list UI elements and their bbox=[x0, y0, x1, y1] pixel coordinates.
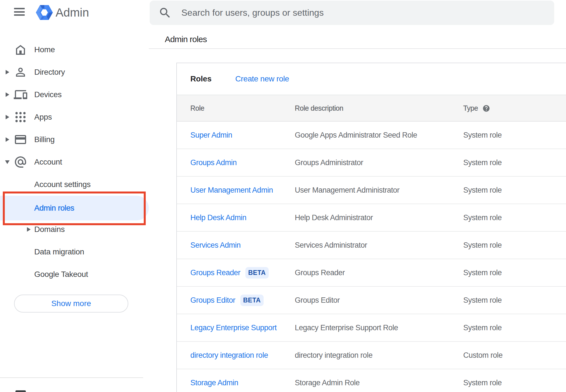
credit-card-icon bbox=[14, 133, 27, 146]
role-link[interactable]: Services Admin bbox=[190, 232, 241, 259]
breadcrumb: Admin roles bbox=[165, 34, 207, 45]
expand-arrow-icon[interactable] bbox=[6, 115, 9, 119]
table-row: Help Desk Admin Help Desk Administrator … bbox=[177, 204, 566, 232]
card-header: Roles Create new role bbox=[177, 63, 566, 95]
sidebar-item-google-takeout[interactable]: Google Takeout bbox=[0, 263, 149, 286]
role-link[interactable]: Storage Admin bbox=[190, 369, 238, 392]
sidebar-item-label: Home bbox=[34, 38, 55, 61]
role-link[interactable]: User Management Admin bbox=[190, 177, 273, 204]
role-link[interactable]: Legacy Enterprise Support bbox=[190, 314, 277, 341]
column-header-role: Role bbox=[190, 95, 204, 121]
expand-arrow-icon[interactable] bbox=[6, 70, 9, 74]
google-admin-logo-icon bbox=[36, 5, 53, 21]
beta-badge: BETA bbox=[240, 295, 264, 306]
sidebar-item-label: Admin roles bbox=[34, 196, 74, 220]
sidebar-item-label: Account bbox=[34, 151, 62, 173]
table-row: Storage Admin Storage Admin Role System … bbox=[177, 369, 566, 392]
sidebar-item-label: Devices bbox=[34, 83, 62, 106]
role-type: System role bbox=[463, 122, 502, 149]
table-row: directory integration role directory int… bbox=[177, 342, 566, 369]
collapse-arrow-icon[interactable] bbox=[5, 160, 10, 164]
apps-grid-icon bbox=[14, 110, 27, 124]
table-row: User Management Admin User Management Ad… bbox=[177, 177, 566, 204]
role-link[interactable]: Groups Editor BETA bbox=[190, 287, 264, 314]
roles-card: Roles Create new role Role Role descript… bbox=[176, 63, 566, 392]
sidebar-item-admin-roles[interactable]: Admin roles bbox=[0, 196, 149, 220]
table-row: Super Admin Google Apps Administrator Se… bbox=[177, 122, 566, 149]
sidebar-item-label: Domains bbox=[34, 218, 65, 241]
product-title: Admin bbox=[56, 5, 89, 20]
person-icon bbox=[14, 65, 27, 79]
create-new-role-link[interactable]: Create new role bbox=[235, 63, 289, 95]
sidebar-item-data-migration[interactable]: Data migration bbox=[0, 241, 149, 263]
at-sign-icon bbox=[14, 155, 27, 169]
search-bar[interactable] bbox=[150, 1, 554, 25]
sidebar-item-label: Data migration bbox=[34, 241, 84, 263]
role-type: Custom role bbox=[463, 342, 503, 369]
expand-arrow-icon[interactable] bbox=[6, 92, 9, 97]
sidebar-item-label: Directory bbox=[34, 61, 65, 83]
role-type: System role bbox=[463, 232, 502, 259]
role-link[interactable]: directory integration role bbox=[190, 342, 268, 369]
sidebar-item-label: Account settings bbox=[34, 173, 91, 196]
role-type: System role bbox=[463, 369, 502, 392]
table-row: Legacy Enterprise Support Legacy Enterpr… bbox=[177, 314, 566, 342]
table-row: Services Admin Services Administrator Sy… bbox=[177, 232, 566, 259]
breadcrumb-divider bbox=[149, 48, 566, 49]
table-row: Groups Editor BETA Groups Editor System … bbox=[177, 287, 566, 314]
role-description: Legacy Enterprise Support Role bbox=[295, 314, 398, 341]
sidebar-item-billing[interactable]: Billing bbox=[0, 128, 149, 151]
search-icon bbox=[158, 6, 172, 20]
hamburger-bar bbox=[14, 14, 25, 16]
main-menu-icon[interactable] bbox=[14, 8, 25, 16]
sidebar-item-label: Billing bbox=[34, 128, 55, 151]
card-title: Roles bbox=[190, 63, 211, 95]
role-description: Groups Reader bbox=[295, 259, 345, 286]
role-type: System role bbox=[463, 259, 502, 286]
sidebar-item-directory[interactable]: Directory bbox=[0, 61, 149, 83]
sidebar-bottom-divider bbox=[0, 377, 143, 378]
table-row: Groups Admin Groups Administrator System… bbox=[177, 149, 566, 177]
devices-icon bbox=[14, 88, 27, 101]
role-type: System role bbox=[463, 177, 502, 204]
hamburger-bar bbox=[14, 11, 25, 13]
role-description: directory integration role bbox=[295, 342, 373, 369]
role-description: Groups Administrator bbox=[295, 149, 363, 176]
search-input[interactable] bbox=[181, 8, 518, 18]
column-header-description: Role description bbox=[295, 95, 343, 121]
sidebar-item-label: Google Takeout bbox=[34, 263, 88, 286]
role-description: Help Desk Administrator bbox=[295, 204, 373, 231]
table-header-row: Role Role description Type bbox=[177, 95, 566, 122]
role-link[interactable]: Super Admin bbox=[190, 122, 232, 149]
role-link[interactable]: Help Desk Admin bbox=[190, 204, 247, 231]
column-header-type: Type bbox=[463, 95, 478, 121]
sidebar-item-apps[interactable]: Apps bbox=[0, 106, 149, 128]
role-type: System role bbox=[463, 204, 502, 231]
role-link[interactable]: Groups Admin bbox=[190, 149, 237, 176]
sidebar-item-home[interactable]: Home bbox=[0, 38, 149, 61]
home-icon bbox=[14, 43, 27, 56]
sidebar-item-domains[interactable]: Domains bbox=[0, 218, 149, 241]
table-row: Groups Reader BETA Groups Reader System … bbox=[177, 259, 566, 287]
sidebar-item-devices[interactable]: Devices bbox=[0, 83, 149, 106]
sidebar-item-account-settings[interactable]: Account settings bbox=[0, 173, 149, 196]
expand-arrow-icon[interactable] bbox=[27, 227, 31, 232]
role-type: System role bbox=[463, 287, 502, 314]
show-more-button[interactable]: Show more bbox=[14, 295, 128, 313]
role-description: Groups Editor bbox=[295, 287, 340, 314]
cut-off-icon bbox=[15, 390, 26, 392]
role-description: User Management Administrator bbox=[295, 177, 400, 204]
beta-badge: BETA bbox=[245, 267, 269, 279]
expand-arrow-icon[interactable] bbox=[6, 137, 9, 142]
help-icon[interactable] bbox=[482, 104, 490, 112]
sidebar-item-label: Apps bbox=[34, 106, 52, 128]
role-description: Google Apps Administrator Seed Role bbox=[295, 122, 417, 149]
role-description: Storage Admin Role bbox=[295, 369, 360, 392]
sidebar-item-account[interactable]: Account bbox=[0, 151, 149, 173]
hamburger-bar bbox=[14, 8, 25, 9]
role-type: System role bbox=[463, 314, 502, 341]
role-type: System role bbox=[463, 149, 502, 176]
role-description: Services Administrator bbox=[295, 232, 367, 259]
role-link[interactable]: Groups Reader BETA bbox=[190, 259, 269, 286]
